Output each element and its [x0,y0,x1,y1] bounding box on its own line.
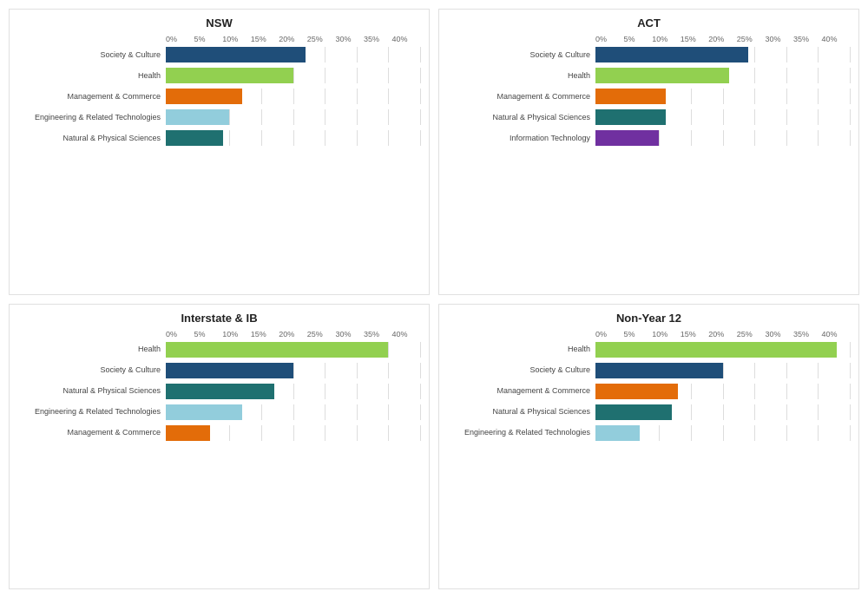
bar [595,404,672,420]
grid-line [261,89,262,104]
grid-line [388,109,389,125]
bar-label: Management & Commerce [18,92,166,102]
grid-line [850,89,851,104]
grid-line [357,363,358,378]
axis-label: 0% [595,330,624,338]
bar-label: Health [448,71,595,81]
bar-row: Information Technology [448,130,850,146]
grid-line [388,68,389,83]
chart-interstate: Interstate & IB0%5%10%15%20%25%30%35%40%… [9,304,430,590]
bar-track [595,130,850,146]
bar-track [166,384,420,399]
bar-row: Society & Culture [18,47,420,62]
axis-label: 5% [194,35,223,43]
axis-label: 5% [624,330,653,338]
bar-label: Society & Culture [448,365,595,375]
bar-track [595,89,850,104]
grid-line [261,109,262,125]
bar [166,47,306,62]
bar-rows: HealthSociety & CultureNatural & Physica… [18,342,420,441]
bar-track [595,68,850,83]
grid-line [754,384,755,399]
grid-line [754,425,755,441]
grid-line [786,109,787,125]
grid-line [357,404,358,420]
axis-label: 15% [681,330,709,338]
bar-row: Society & Culture [448,363,850,378]
axis-label: 30% [335,35,364,43]
grid-line [754,363,755,378]
bar-label: Natural & Physical Sciences [18,386,166,396]
grid-line [691,89,692,104]
grid-line [754,404,755,420]
axis-label: 20% [279,35,307,43]
grid-line [754,47,755,62]
grid-line [357,47,358,62]
axis-label: 25% [307,330,336,338]
grid-line [229,425,230,441]
grid-line [293,130,294,146]
grid-line [850,425,851,441]
bar [595,384,678,399]
grid-line [818,404,819,420]
axis-label: 10% [652,330,681,338]
axis-row: 0%5%10%15%20%25%30%35%40% [166,330,420,338]
axis-label: 0% [166,330,194,338]
chart-title-act: ACT [637,16,661,30]
bar-track [595,109,850,125]
bar [166,363,293,378]
grid-line [691,425,692,441]
grid-line [357,89,358,104]
bar-row: Natural & Physical Sciences [18,384,420,399]
grid-line [325,109,326,125]
chart-act: ACT0%5%10%15%20%25%30%35%40%Society & Cu… [438,9,859,295]
grid-line [293,404,294,420]
axis-label: 0% [166,35,194,43]
dashboard: NSW0%5%10%15%20%25%30%35%40%Society & Cu… [0,0,868,598]
bar [595,425,640,441]
axis-labels: 0%5%10%15%20%25%30%35%40% [166,35,420,43]
chart-title-nonyear12: Non-Year 12 [616,312,681,325]
bar [166,342,388,358]
bar-track [595,425,850,441]
bar-rows: Society & CultureHealthManagement & Comm… [448,47,850,146]
grid-line [818,384,819,399]
grid-line [420,342,421,358]
axis-label: 20% [708,35,737,43]
grid-line [325,384,326,399]
grid-line [723,109,724,125]
bar-rows: Society & CultureHealthManagement & Comm… [18,47,420,146]
grid-line [420,68,421,83]
bar [595,109,666,125]
grid-line [786,363,787,378]
bar-row: Management & Commerce [448,384,850,399]
grid-line [293,89,294,104]
axis-label: 5% [194,330,223,338]
bar-track [595,342,850,358]
bar-row: Management & Commerce [18,89,420,104]
bar-row: Health [18,342,420,358]
grid-line [818,363,819,378]
grid-line [850,342,851,358]
grid-line [388,47,389,62]
grid-line [818,425,819,441]
grid-line [850,47,851,62]
bar-track [166,130,420,146]
grid-line [723,425,724,441]
grid-line [229,130,230,146]
grid-line [818,68,819,83]
bar-row: Natural & Physical Sciences [448,404,850,420]
grid-line [388,384,389,399]
grid-line [850,68,851,83]
grid-line [388,130,389,146]
grid-line [293,68,294,83]
bar-label: Engineering & Related Technologies [448,428,595,437]
grid-line [293,363,294,378]
axis-row: 0%5%10%15%20%25%30%35%40% [595,330,850,338]
grid-line [388,363,389,378]
grid-line [786,425,787,441]
bar [166,425,210,441]
grid-line [754,68,755,83]
chart-area-act: 0%5%10%15%20%25%30%35%40%Society & Cultu… [448,35,850,146]
grid-line [850,109,851,125]
